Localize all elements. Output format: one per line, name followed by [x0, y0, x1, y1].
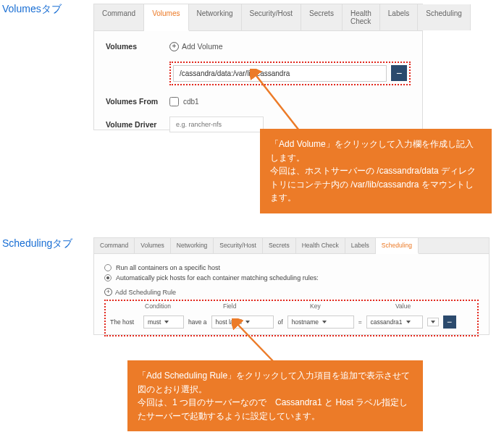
tab-secrets[interactable]: Secrets: [301, 4, 343, 30]
radio-specific-host[interactable]: [104, 264, 112, 271]
header-field: Field: [223, 302, 288, 310]
chevron-down-icon: [406, 321, 411, 323]
tab2-networking[interactable]: Networking: [171, 238, 214, 253]
volumes-panel: Command Volumes Networking Security/Host…: [93, 4, 423, 130]
add-volume-label: Add Volume: [182, 42, 223, 51]
radio-auto-pick-label: Automatically pick hosts for each contai…: [116, 274, 319, 281]
add-scheduling-rule-button[interactable]: + Add Scheduling Rule: [104, 288, 176, 296]
plus-icon: +: [169, 42, 179, 51]
add-scheduling-rule-label: Add Scheduling Rule: [115, 289, 176, 296]
radio-specific-host-label: Run all containers on a specific host: [116, 264, 220, 271]
header-value: Value: [395, 302, 474, 310]
volumes-tabs: Command Volumes Networking Security/Host…: [94, 4, 422, 31]
scheduling-panel: Command Volumes Networking Security/Host…: [93, 237, 490, 335]
tab-healthcheck[interactable]: Health Check: [343, 4, 380, 30]
callout-scheduling: 「Add Scheduling Rule」をクリックして入力項目を追加で表示させ…: [127, 360, 423, 431]
tab-volumes[interactable]: Volumes: [144, 4, 188, 31]
volume-entry-highlight: −: [169, 62, 411, 85]
tab-networking[interactable]: Networking: [189, 4, 242, 30]
value-select[interactable]: cassandra1: [366, 315, 423, 329]
callout-volumes-text: 「Add Volume」をクリックして入力欄を作成し記入します。 今回は、ホスト…: [270, 137, 482, 205]
scheduling-rule-highlight: Condition Field Key Value The host must …: [104, 300, 479, 336]
volume-path-input[interactable]: [173, 65, 387, 82]
volume-driver-label: Volume Driver: [106, 120, 169, 129]
extra-select[interactable]: [427, 318, 439, 326]
rule-mid1: have a: [188, 318, 207, 326]
volumes-from-checkbox[interactable]: [169, 97, 179, 106]
plus-icon: +: [104, 288, 112, 296]
tab-command[interactable]: Command: [94, 4, 144, 30]
tab2-volumes[interactable]: Volumes: [135, 238, 171, 253]
tab2-secrets[interactable]: Secrets: [263, 238, 296, 253]
add-volume-button[interactable]: + Add Volume: [169, 42, 223, 51]
tab2-securityhost[interactable]: Security/Host: [214, 238, 263, 253]
callout-scheduling-text: 「Add Scheduling Rule」をクリックして入力項目を追加で表示させ…: [138, 369, 413, 423]
header-condition: Condition: [145, 302, 188, 310]
scheduling-tabs: Command Volumes Networking Security/Host…: [94, 238, 489, 254]
remove-rule-button[interactable]: −: [443, 315, 456, 329]
tab-scheduling[interactable]: Scheduling: [418, 4, 470, 30]
chevron-down-icon: [245, 321, 250, 323]
tab2-labels[interactable]: Labels: [345, 238, 376, 253]
volumes-from-item: cdb1: [183, 98, 199, 106]
callout-volumes: 「Add Volume」をクリックして入力欄を作成し記入します。 今回は、ホスト…: [260, 129, 492, 213]
tab2-scheduling[interactable]: Scheduling: [376, 238, 419, 254]
chevron-down-icon: [322, 321, 327, 323]
volumes-row-label: Volumes: [106, 42, 169, 51]
tab-labels[interactable]: Labels: [380, 4, 418, 30]
rule-mid2: of: [278, 318, 283, 326]
volumes-from-label: Volumes From: [106, 97, 169, 106]
header-key: Key: [310, 302, 379, 310]
remove-volume-button[interactable]: −: [391, 65, 407, 81]
rule-prefix: The host: [110, 318, 139, 326]
scheduling-tab-heading: Schedulingタブ: [2, 237, 72, 250]
radio-auto-pick[interactable]: [104, 274, 112, 281]
key-select[interactable]: hostname: [287, 315, 354, 329]
chevron-down-icon: [164, 321, 169, 323]
volume-driver-input[interactable]: [169, 117, 264, 132]
volumes-tab-heading: Volumesタブ: [2, 3, 62, 16]
rule-eq: =: [358, 318, 362, 326]
condition-select[interactable]: must: [143, 315, 184, 329]
tab2-healthcheck[interactable]: Health Check: [296, 238, 345, 253]
chevron-down-icon: [431, 321, 435, 323]
tab2-command[interactable]: Command: [94, 238, 135, 253]
field-select[interactable]: host label: [211, 315, 274, 329]
tab-securityhost[interactable]: Security/Host: [242, 4, 301, 30]
